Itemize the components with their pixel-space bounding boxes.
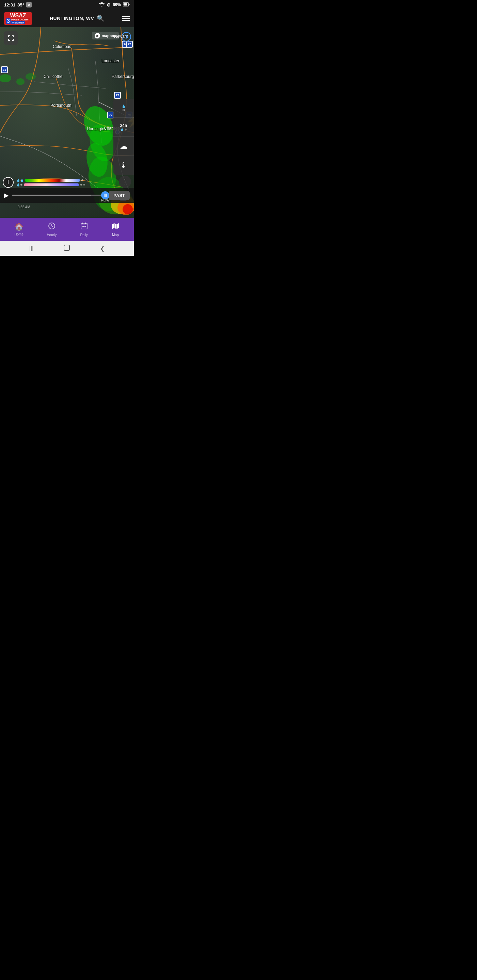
rain-icon: 💧	[121, 105, 126, 108]
home-icon: 🏠	[14, 223, 24, 231]
svg-rect-16	[104, 194, 105, 197]
svg-rect-1	[124, 3, 127, 5]
cloud-layer-btn[interactable]: ☁	[113, 137, 134, 156]
snow-legend-icon: ❄	[81, 179, 84, 182]
hourly-label: Hourly	[47, 233, 56, 237]
mapbox-icon: ◉	[95, 33, 100, 38]
hw-77-m: 77	[114, 92, 121, 99]
24h-snow-icon: ❄	[124, 128, 127, 131]
recent-icon: |||	[29, 245, 34, 251]
alarm-icon: ⊘	[107, 2, 111, 8]
thermometer-icon: 🌡	[120, 161, 127, 170]
svg-rect-28	[64, 245, 69, 250]
past-button[interactable]: PAST	[108, 191, 130, 200]
snow2-legend-icon: ❄❄	[80, 183, 85, 186]
cloud-icon: ☁	[120, 142, 127, 151]
dots-icon: ⋮	[122, 178, 128, 185]
info-icon: i	[8, 180, 9, 185]
app-logo: WSAZ 3 FIRST ALERT WEATHER	[4, 12, 32, 25]
back-button[interactable]: ❮	[98, 243, 107, 253]
temp-layer-btn[interactable]: 🌡	[113, 156, 134, 175]
hw-71: 71	[1, 66, 8, 73]
layer-panel: 💧 ❄ 24h 💧 ❄ ☁ 🌡	[113, 99, 134, 175]
close-icon[interactable]: ✕	[26, 2, 32, 8]
hw-77-s: 77	[107, 111, 114, 118]
recent-apps-button[interactable]: |||	[27, 243, 36, 253]
legend-row-2: 💧❄ ❄❄	[16, 183, 85, 186]
svg-rect-17	[105, 194, 105, 197]
bottom-nav: 🏠 Home Hourly Daily	[0, 218, 134, 241]
24h-rain-icon: 💧	[120, 128, 124, 131]
status-right: ⊘ 69%	[99, 2, 130, 8]
info-button[interactable]: i	[3, 177, 14, 188]
rain-legend-icon: 💧💧	[16, 179, 24, 182]
playback-bar: ▶ NOW PAST	[0, 188, 134, 203]
svg-rect-2	[129, 4, 130, 5]
progress-track[interactable]: NOW	[12, 195, 105, 196]
time-label: 9:35 AM	[18, 205, 30, 209]
rain-gradient	[25, 179, 80, 182]
map-label: Map	[112, 233, 118, 237]
hw-77-n: 77	[126, 41, 133, 48]
legend-row-1: 💧💧 ❄	[16, 179, 85, 182]
svg-rect-25	[85, 226, 86, 227]
nav-map[interactable]: Map	[107, 220, 124, 239]
home-label: Home	[14, 232, 24, 236]
nav-home[interactable]: 🏠 Home	[10, 221, 27, 238]
mapbox-logo: ◉ mapbox	[92, 32, 119, 40]
back-icon: ❮	[100, 245, 105, 252]
wifi-icon	[99, 2, 105, 8]
nav-daily[interactable]: Daily	[76, 220, 92, 239]
logo-number: 3	[6, 18, 11, 24]
more-options-button[interactable]: ⋮	[119, 176, 131, 188]
play-button[interactable]: ▶	[4, 192, 9, 199]
map-area[interactable]: Columbus Newark Lancaster Chillicothe Pa…	[0, 27, 134, 218]
status-bar: 12:31 85° ✕ ⊘ 69%	[0, 0, 134, 10]
first-alert-label: FIRST ALERT	[11, 18, 30, 21]
mixed-gradient	[24, 183, 79, 186]
map-icon	[111, 222, 120, 232]
system-nav: ||| ❮	[0, 241, 134, 256]
legend-colors: 💧💧 ❄ 💧❄ ❄❄	[16, 179, 85, 186]
rain-layer-btn[interactable]: 💧 ❄	[113, 99, 134, 118]
hourly-icon	[48, 222, 56, 232]
24h-label: 24h	[120, 123, 127, 128]
menu-button[interactable]	[122, 16, 130, 21]
top-nav: WSAZ 3 FIRST ALERT WEATHER HUNTINGTON, W…	[0, 10, 134, 27]
search-icon[interactable]: 🔍	[97, 14, 105, 22]
location-arrow-button[interactable]: ⊕	[121, 32, 131, 41]
home-system-button[interactable]	[62, 243, 72, 253]
nav-hourly[interactable]: Hourly	[43, 220, 61, 239]
battery: 69%	[113, 2, 121, 7]
svg-rect-20	[81, 223, 87, 229]
mapbox-text: mapbox	[102, 34, 116, 38]
daily-label: Daily	[80, 233, 88, 237]
snow-icon: ❄	[122, 108, 125, 112]
battery-icon	[123, 2, 130, 8]
temperature: 85°	[18, 2, 24, 8]
daily-icon	[80, 222, 88, 232]
24h-layer-btn[interactable]: 24h 💧 ❄	[113, 118, 134, 137]
location-display[interactable]: HUNTINGTON, WV 🔍	[50, 14, 105, 22]
fullscreen-button[interactable]	[4, 31, 18, 45]
progress-fill	[12, 195, 91, 196]
legend-bar: i 💧💧 ❄ 💧❄ ❄❄	[3, 177, 85, 188]
mixed-legend-icon: 💧❄	[16, 183, 23, 186]
status-left: 12:31 85° ✕	[4, 2, 32, 8]
logo-wsaz: WSAZ	[10, 13, 26, 18]
weather-label: WEATHER	[11, 21, 25, 24]
home-system-icon	[63, 244, 70, 253]
time: 12:31	[4, 2, 15, 8]
now-label: NOW	[101, 198, 109, 202]
svg-rect-18	[106, 194, 107, 197]
svg-rect-24	[82, 226, 84, 227]
location-text: HUNTINGTON, WV	[50, 16, 94, 21]
